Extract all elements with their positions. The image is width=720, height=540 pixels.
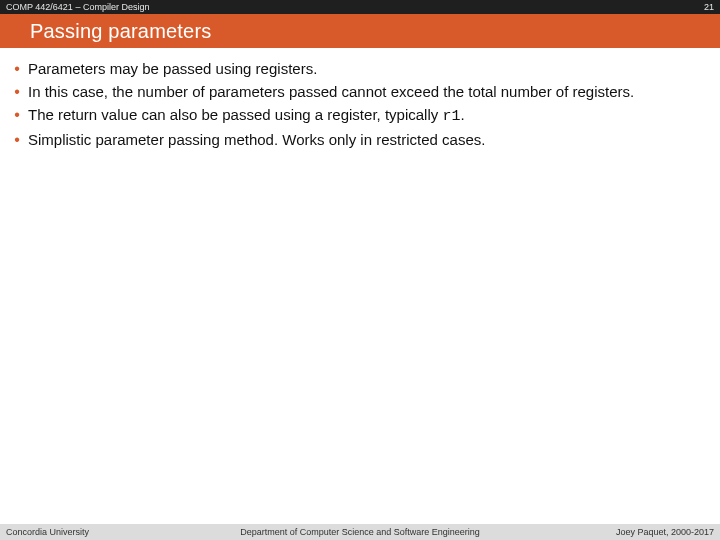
footer-left: Concordia University [6, 524, 89, 540]
bullet-marker: • [10, 129, 24, 150]
slide-title-bar: Passing parameters [0, 14, 720, 48]
slide: COMP 442/6421 – Compiler Design 21 Passi… [0, 0, 720, 540]
top-bar: COMP 442/6421 – Compiler Design 21 [0, 0, 720, 14]
footer-center: Department of Computer Science and Softw… [0, 524, 720, 540]
slide-title: Passing parameters [30, 20, 211, 43]
bullet-marker: • [10, 58, 24, 79]
bullet-text: The return value can also be passed usin… [28, 104, 710, 127]
bullet-text: In this case, the number of parameters p… [28, 81, 710, 102]
bullet-item: • Simplistic parameter passing method. W… [10, 129, 710, 150]
bullet-item: • Parameters may be passed using registe… [10, 58, 710, 79]
content-area: • Parameters may be passed using registe… [10, 58, 710, 152]
course-label: COMP 442/6421 – Compiler Design [6, 0, 149, 14]
footer-right: Joey Paquet, 2000-2017 [616, 524, 714, 540]
bullet-item: • The return value can also be passed us… [10, 104, 710, 127]
bullet-text: Parameters may be passed using registers… [28, 58, 710, 79]
bullet-marker: • [10, 104, 24, 125]
bullet-marker: • [10, 81, 24, 102]
slide-number: 21 [704, 0, 714, 14]
bullet-item: • In this case, the number of parameters… [10, 81, 710, 102]
footer-bar: Concordia University Department of Compu… [0, 524, 720, 540]
bullet-text: Simplistic parameter passing method. Wor… [28, 129, 710, 150]
